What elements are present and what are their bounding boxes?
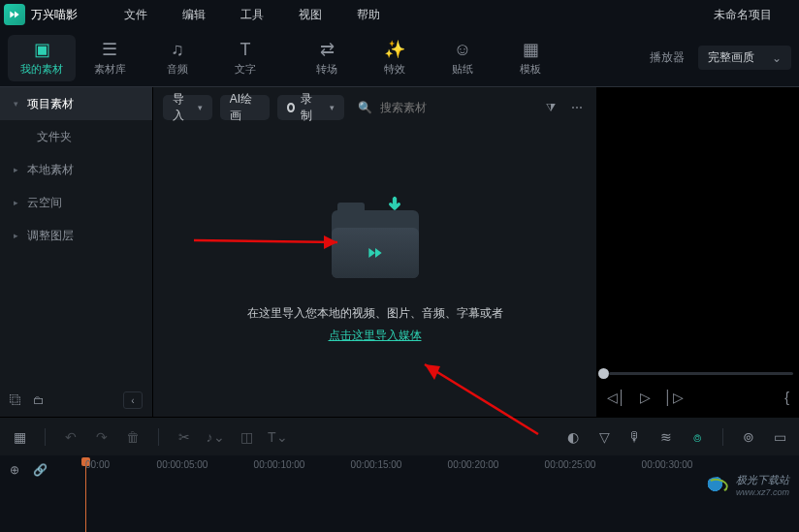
circle-tool-icon[interactable]: ◐ [563, 429, 583, 445]
tab-label: 特效 [384, 62, 405, 77]
tab-label: 模板 [520, 62, 541, 77]
collapse-sidebar-button[interactable]: ‹ [123, 391, 143, 409]
layers-icon: ▣ [34, 39, 50, 60]
more-icon[interactable]: ⋯ [568, 101, 587, 114]
sticker-icon: ☺ [454, 39, 471, 60]
import-label: 导入 [173, 91, 192, 124]
import-drop-zone[interactable]: 在这里导入您本地的视频、图片、音频、字幕或者 点击这里导入媒体 [153, 128, 596, 417]
music-icon: ♫ [171, 39, 184, 60]
options-icon[interactable]: ▭ [770, 429, 789, 445]
ruler-label: 00:00:15:00 [351, 459, 402, 470]
caret-down-icon: ▾ [14, 99, 27, 109]
tab-label: 音频 [167, 62, 188, 77]
grid-icon[interactable]: ▦ [10, 429, 29, 445]
tab-audio[interactable]: ♫ 音频 [144, 35, 211, 81]
ruler-label: 00:00:20:00 [448, 459, 499, 470]
play-button[interactable]: ▷ [640, 390, 651, 405]
tab-label: 转场 [316, 62, 337, 77]
scrub-knob[interactable] [598, 368, 609, 379]
redo-icon[interactable]: ↷ [92, 429, 112, 445]
app-name: 万兴喵影 [31, 7, 78, 23]
cut-icon[interactable]: ✂ [175, 429, 194, 445]
filter-icon[interactable]: ⧩ [541, 101, 559, 114]
sidebar-item-project-assets[interactable]: ▾ 项目素材 [0, 87, 152, 120]
library-icon: ☰ [102, 39, 117, 60]
menu-file[interactable]: 文件 [107, 7, 165, 23]
sidebar-item-adjustment[interactable]: ▸ 调整图层 [0, 219, 152, 252]
record-icon [287, 103, 296, 112]
menu-tools[interactable]: 工具 [223, 7, 281, 23]
import-hint: 在这里导入您本地的视频、图片、音频、字幕或者 [247, 305, 503, 322]
import-link[interactable]: 点击这里导入媒体 [329, 328, 422, 344]
marker-icon[interactable]: ▽ [594, 429, 614, 445]
prev-frame-button[interactable]: ◁│ [607, 390, 626, 405]
caret-right-icon: ▸ [14, 198, 27, 207]
next-frame-button[interactable]: │▷ [664, 390, 684, 405]
magnet-icon[interactable]: ⌾ [687, 429, 707, 445]
sidebar-item-cloud[interactable]: ▸ 云空间 [0, 186, 152, 219]
tab-stickers[interactable]: ☺ 贴纸 [429, 35, 496, 81]
app-logo [4, 4, 25, 25]
transition-icon: ⇄ [320, 39, 335, 60]
link-toggle-icon[interactable]: ⊚ [739, 429, 758, 445]
menu-help[interactable]: 帮助 [339, 7, 398, 23]
text-icon: T [240, 39, 251, 60]
text-tool-icon[interactable]: T⌄ [268, 429, 287, 445]
ruler-label: 00:00:05:00 [157, 459, 208, 470]
search-field[interactable]: 🔍 [352, 95, 533, 120]
ruler-label: 00:00:10:00 [254, 459, 305, 470]
app-mark-icon [366, 243, 385, 263]
player-scrubber[interactable] [603, 366, 793, 380]
quality-select[interactable]: 完整画质 ⌄ [698, 46, 791, 70]
tab-transition[interactable]: ⇄ 转场 [293, 35, 361, 81]
ruler-label: 00:00:30:00 [642, 459, 693, 470]
menu-edit[interactable]: 编辑 [165, 7, 223, 23]
delete-icon[interactable]: 🗑 [123, 429, 143, 445]
ai-label: AI绘画 [230, 91, 260, 124]
player-label: 播放器 [650, 49, 685, 66]
link-icon[interactable]: 🔗 [33, 463, 48, 477]
caret-right-icon: ▸ [14, 165, 27, 174]
sidebar-item-label: 云空间 [27, 195, 62, 211]
tab-effects[interactable]: ✨ 特效 [361, 35, 429, 81]
folder-graphic [332, 210, 419, 278]
add-track-icon[interactable]: ⊕ [10, 463, 19, 477]
folder-icon[interactable]: 🗀 [33, 393, 45, 407]
template-icon: ▦ [523, 39, 539, 60]
sparkle-icon: ✨ [384, 39, 405, 60]
crop-icon[interactable]: ◫ [237, 429, 256, 445]
chevron-down-icon: ⌄ [772, 51, 782, 65]
tab-label: 我的素材 [20, 62, 63, 77]
sidebar-item-label: 本地素材 [27, 162, 74, 178]
download-arrow-icon [382, 195, 407, 220]
sidebar-item-label: 项目素材 [27, 96, 74, 112]
ai-draw-button[interactable]: AI绘画 [220, 95, 270, 120]
tab-label: 文字 [235, 62, 256, 77]
sidebar-item-folder[interactable]: 文件夹 [0, 120, 152, 153]
search-icon: 🔍 [358, 101, 372, 114]
record-label: 录制 [301, 91, 318, 124]
tab-my-assets[interactable]: ▣ 我的素材 [8, 35, 76, 81]
tab-library[interactable]: ☰ 素材库 [76, 35, 144, 81]
player-panel: ◁│ ▷ │▷ { [597, 87, 799, 417]
player-settings-icon[interactable]: { [784, 390, 789, 405]
record-dropdown[interactable]: 录制 ▾ [277, 95, 345, 120]
caret-right-icon: ▸ [14, 231, 27, 240]
undo-icon[interactable]: ↶ [61, 429, 80, 445]
search-input[interactable] [378, 100, 527, 115]
mixer-icon[interactable]: ≋ [656, 429, 676, 445]
menu-view[interactable]: 视图 [281, 7, 339, 23]
tab-templates[interactable]: ▦ 模板 [496, 35, 564, 81]
quality-label: 完整画质 [708, 49, 754, 66]
project-title: 未命名项目 [714, 7, 772, 23]
sidebar-item-label: 调整图层 [27, 228, 74, 244]
sidebar-item-local[interactable]: ▸ 本地素材 [0, 153, 152, 186]
ruler-label: 00:00 [85, 459, 110, 470]
new-folder-icon[interactable]: ⿻ [10, 393, 21, 407]
timeline-ruler[interactable]: 00:00 00:00:05:00 00:00:10:00 00:00:15:0… [85, 455, 799, 532]
import-dropdown[interactable]: 导入 ▾ [163, 95, 212, 120]
sidebar-item-label: 文件夹 [37, 129, 72, 145]
audio-tool-icon[interactable]: ♪⌄ [206, 429, 225, 445]
mic-icon[interactable]: 🎙 [625, 429, 645, 445]
tab-text[interactable]: T 文字 [211, 35, 279, 81]
